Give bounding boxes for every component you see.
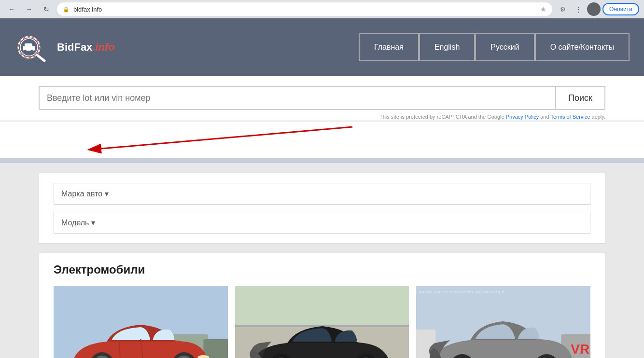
extensions-btn[interactable]: ⚙ [556, 2, 570, 16]
cars-section: Электромобили [39, 253, 605, 358]
search-button[interactable]: Поиск [555, 86, 605, 110]
svg-point-5 [30, 50, 33, 53]
car-svg-1 [54, 286, 228, 358]
profile-avatar[interactable] [587, 2, 601, 16]
search-row: Поиск [39, 86, 605, 110]
section-title: Электромобили [54, 263, 590, 276]
svg-text:VR: VR [571, 342, 590, 357]
back-button[interactable]: ← [5, 2, 18, 16]
car-svg-3: 2021 IAA 000-349732190 22/06/2021 IAA 00… [416, 286, 590, 358]
nav-home[interactable]: Главная [359, 33, 419, 61]
address-bar: 🔒 bidfax.info ★ [57, 2, 552, 16]
nav-english[interactable]: English [419, 33, 475, 61]
logo-text: BidFax.info [57, 41, 115, 54]
car-svg-2 [235, 286, 409, 358]
privacy-policy-link[interactable]: Privacy Policy [506, 114, 539, 120]
filter-section: Марка авто ▾ Модель ▾ [0, 163, 644, 253]
cars-grid: $21800 [54, 286, 590, 358]
arrow-annotation [39, 122, 377, 158]
browser-chrome: ← → ↻ 🔒 bidfax.info ★ ⚙ ⋮ Оновити [0, 0, 644, 18]
svg-line-9 [101, 127, 352, 149]
browser-actions: ⚙ ⋮ Оновити [556, 2, 639, 16]
search-section: Поиск This site is protected by reCAPTCH… [0, 76, 644, 120]
gray-divider [0, 158, 644, 163]
nav-russian[interactable]: Русский [475, 33, 534, 61]
menu-btn[interactable]: ⋮ [572, 2, 585, 16]
search-input[interactable] [39, 86, 555, 110]
nav-about[interactable]: О сайте/Контакты [535, 33, 630, 61]
main-content: Электромобили [0, 253, 644, 358]
address-text: bidfax.info [73, 6, 536, 13]
terms-link[interactable]: Terms of Service [550, 114, 590, 120]
logo-svg [14, 30, 53, 64]
recaptcha-text: This site is protected by reCAPTCHA and … [39, 114, 605, 120]
model-select-wrapper: Модель ▾ [54, 212, 590, 234]
logo-image [14, 30, 53, 64]
svg-rect-3 [25, 43, 32, 47]
annotation-area [0, 122, 644, 158]
make-select-wrapper: Марка авто ▾ [54, 183, 590, 205]
logo-info: .info [92, 41, 114, 53]
nav-buttons: Главная English Русский О сайте/Контакты [359, 33, 630, 61]
svg-rect-13 [203, 339, 227, 358]
logo-bidfax: BidFax [57, 41, 92, 53]
svg-point-4 [24, 50, 27, 53]
site-header: BidFax.info Главная English Русский О са… [0, 18, 644, 76]
forward-button[interactable]: → [22, 2, 36, 16]
car-image-1 [54, 286, 228, 358]
car-image-2 [235, 286, 409, 358]
car-card-2[interactable]: $17500 Lightshot Screenshot [235, 286, 409, 358]
logo-area: BidFax.info [14, 30, 359, 64]
make-select[interactable]: Марка авто ▾ [54, 183, 590, 205]
car-card-3[interactable]: 2021 IAA 000-349732190 22/06/2021 IAA 00… [416, 286, 590, 358]
car-card-1[interactable]: $21800 [54, 286, 228, 358]
car-image-3: 2021 IAA 000-349732190 22/06/2021 IAA 00… [416, 286, 590, 358]
lock-icon: 🔒 [63, 6, 70, 13]
svg-line-6 [38, 55, 44, 61]
reload-button[interactable]: ↻ [40, 2, 53, 16]
model-select[interactable]: Модель ▾ [54, 212, 590, 234]
bookmark-icon[interactable]: ★ [540, 5, 546, 13]
update-button[interactable]: Оновити [602, 3, 639, 15]
filter-panel: Марка авто ▾ Модель ▾ [39, 173, 605, 244]
svg-text:2021 IAA 000-349732190 22/06/2: 2021 IAA 000-349732190 22/06/2021 IAA 00… [416, 290, 504, 294]
